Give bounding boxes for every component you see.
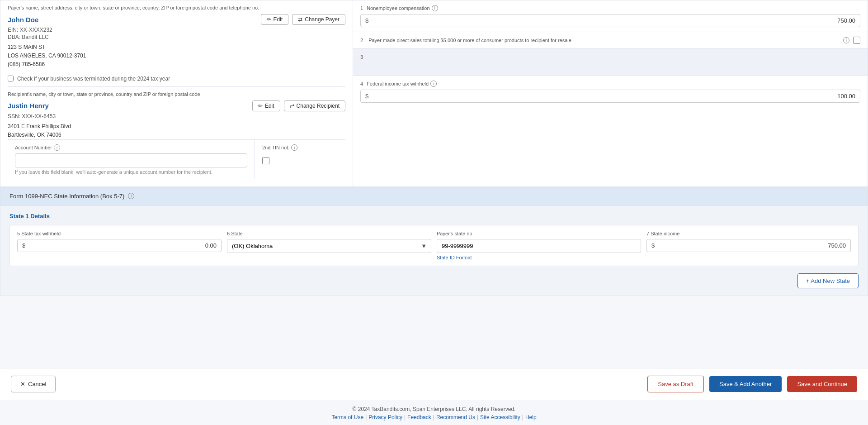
field2-info-icon[interactable]: i — [843, 37, 849, 43]
save-continue-button[interactable]: Save and Continue — [787, 376, 857, 392]
field4-input-wrap: $ — [360, 90, 860, 103]
action-bar: ✕ Cancel Save as Draft Save & Add Anothe… — [0, 368, 868, 400]
recipient-edit-label: Edit — [265, 103, 274, 109]
field6-state-select[interactable]: (OK) Oklahoma — [227, 239, 431, 253]
field4-dollar-sign: $ — [365, 93, 368, 100]
field5-dollar-sign: $ — [22, 242, 25, 249]
help-link[interactable]: Help — [525, 414, 537, 420]
payers-state-no-input[interactable] — [437, 239, 641, 253]
terms-link[interactable]: Terms of Use — [331, 414, 363, 420]
top-section: Payer's name, street address, city or to… — [0, 0, 868, 187]
tin-label: 2nd TIN not. i — [262, 144, 338, 151]
change-payer-button[interactable]: ⇄ Change Payer — [292, 14, 345, 25]
field6-col: 6 State (OK) Oklahoma ▼ — [227, 231, 431, 260]
cancel-button[interactable]: ✕ Cancel — [11, 376, 56, 392]
recipient-address-line2: Bartlesville, OK 74006 — [8, 131, 345, 139]
field6-select-wrap: (OK) Oklahoma ▼ — [227, 239, 431, 253]
field5-col: 5 State tax withheld $ — [17, 231, 222, 260]
field5-label: 5 State tax withheld — [17, 231, 222, 236]
state-section: Form 1099-NEC State Information (Box 5-7… — [0, 187, 868, 296]
recipient-btn-group: ✏ Edit ⇄ Change Recipient — [252, 100, 345, 111]
field7-dollar-sign: $ — [651, 242, 655, 249]
field4-row: 4 Federal income tax withheld i $ — [353, 76, 868, 107]
recipient-section-label: Recipient's name, city or town, state or… — [8, 91, 345, 97]
recipient-edit-button[interactable]: ✏ Edit — [252, 100, 280, 111]
cancel-label: Cancel — [28, 381, 46, 387]
tin-checkbox[interactable] — [262, 157, 269, 164]
terminated-checkbox[interactable] — [8, 76, 14, 81]
account-col: Account Number i If you leave this field… — [8, 140, 255, 179]
field3-row: 3 — [353, 49, 868, 76]
field5-input[interactable] — [28, 242, 217, 249]
feedback-link[interactable]: Feedback — [407, 414, 431, 420]
sep1: | — [365, 414, 367, 420]
recipient-name: Justin Henry — [8, 102, 49, 110]
field6-label: 6 State — [227, 231, 431, 236]
sep2: | — [404, 414, 406, 420]
payer-section: Payer's name, street address, city or to… — [0, 0, 353, 186]
save-draft-label: Save as Draft — [658, 381, 693, 387]
payer-name: John Doe — [8, 16, 38, 24]
state-header-title: Form 1099-NEC State Information (Box 5-7… — [9, 193, 124, 200]
state-id-format-link[interactable]: State ID Format — [437, 255, 641, 260]
state-header-info-icon[interactable]: i — [128, 193, 134, 199]
tin-col: 2nd TIN not. i — [255, 140, 345, 179]
sep3: | — [433, 414, 434, 420]
payer-address-line1: 123 S MAIN ST — [8, 43, 345, 52]
footer-copyright: © 2024 TaxBandits.com, Span Enterprises … — [0, 406, 868, 412]
save-add-another-button[interactable]: Save & Add Another — [709, 376, 782, 392]
recipient-ssn: SSN: XXX-XX-6453 — [8, 113, 345, 119]
payer-section-label: Payer's name, street address, city or to… — [8, 5, 345, 10]
field7-input[interactable] — [657, 242, 846, 249]
footer-links: Terms of Use | Privacy Policy | Feedback… — [0, 414, 868, 420]
recipient-address: 3401 E Frank Phillips Blvd Bartlesville,… — [8, 122, 345, 139]
field4-info-icon[interactable]: i — [430, 81, 437, 87]
recommend-link[interactable]: Recommend Us — [436, 414, 475, 420]
payer-address: 123 S MAIN ST LOS ANGELES, CA 90012-3701… — [8, 43, 345, 69]
account-number-label: Account Number i — [15, 144, 247, 151]
payers-state-no-col: Payer's state no State ID Format — [437, 231, 641, 260]
footer: © 2024 TaxBandits.com, Span Enterprises … — [0, 400, 868, 425]
payer-edit-button[interactable]: ✏ Edit — [261, 14, 289, 25]
account-number-input[interactable] — [15, 153, 247, 167]
field2-row: 2 Payer made direct sales totaling $5,00… — [353, 32, 868, 49]
field7-input-wrap: $ — [646, 239, 851, 252]
terminated-checkbox-label: Check if your business was terminated du… — [17, 76, 170, 82]
action-right: Save as Draft Save & Add Another Save an… — [647, 376, 857, 392]
payer-ein: EIN: XX-XXXX232 — [8, 27, 345, 33]
payer-edit-label: Edit — [274, 16, 283, 23]
state-section-header: Form 1099-NEC State Information (Box 5-7… — [0, 187, 868, 205]
recipient-section: Recipient's name, city or town, state or… — [8, 86, 345, 139]
tin-info-icon[interactable]: i — [291, 144, 297, 151]
terminated-checkbox-row[interactable]: Check if your business was terminated du… — [8, 76, 345, 82]
field1-row: 1 Nonemployee compensation i $ — [353, 0, 868, 32]
field1-info-icon[interactable]: i — [432, 5, 438, 11]
field2-checkbox-row: 2 Payer made direct sales totaling $5,00… — [360, 37, 860, 44]
field4-input[interactable] — [371, 93, 855, 100]
save-add-label: Save & Add Another — [719, 381, 772, 387]
change-recipient-label: Change Recipient — [297, 103, 340, 109]
add-new-state-button[interactable]: + Add New State — [797, 273, 859, 288]
field7-col: 7 State income $ — [646, 231, 851, 260]
privacy-link[interactable]: Privacy Policy — [368, 414, 402, 420]
accessibility-link[interactable]: Site Accessibility — [480, 414, 520, 420]
add-new-state-label: + Add New State — [806, 277, 850, 284]
main-content: Payer's name, street address, city or to… — [0, 0, 868, 368]
payers-state-no-label: Payer's state no — [437, 231, 641, 236]
edit-pencil-icon: ✏ — [267, 16, 271, 23]
state-fields-row: 5 State tax withheld $ 6 State — [9, 225, 859, 266]
add-state-row: + Add New State — [9, 273, 859, 288]
field2-checkbox[interactable] — [853, 37, 860, 44]
recipient-name-row: Justin Henry ✏ Edit ⇄ Change Recipient — [8, 100, 345, 111]
right-fields: 1 Nonemployee compensation i $ 2 — [353, 0, 868, 186]
save-draft-button[interactable]: Save as Draft — [647, 376, 704, 392]
change-recipient-icon: ⇄ — [290, 103, 294, 109]
field7-label: 7 State income — [646, 231, 851, 236]
field1-input-wrap: $ — [360, 14, 860, 27]
change-recipient-button[interactable]: ⇄ Change Recipient — [284, 100, 345, 111]
sep5: | — [522, 414, 524, 420]
field1-input[interactable] — [371, 17, 855, 24]
account-info-icon[interactable]: i — [54, 144, 60, 151]
page-wrapper: Payer's name, street address, city or to… — [0, 0, 868, 425]
payer-phone: (085) 785-6586 — [8, 60, 345, 69]
